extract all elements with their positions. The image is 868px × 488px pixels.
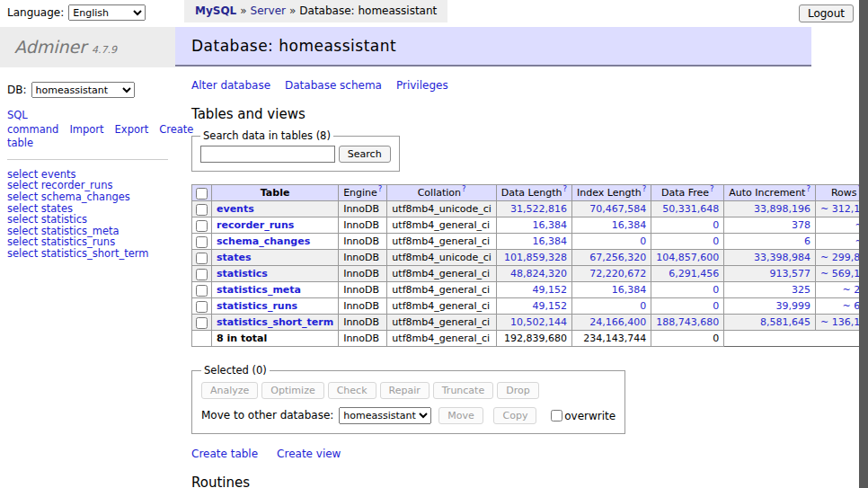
- auto-increment-cell: 33,898,196: [724, 201, 816, 217]
- table-name-cell: statistics: [212, 266, 339, 282]
- copy-button[interactable]: Copy: [493, 407, 536, 424]
- language-label: Language:: [7, 6, 64, 19]
- help-link[interactable]: ?: [642, 184, 647, 193]
- vertical-scrollbar[interactable]: [859, 0, 868, 488]
- row-checkbox[interactable]: [196, 301, 208, 313]
- column-header-data-length: Data Length?: [496, 185, 571, 201]
- database-action-link[interactable]: Database schema: [285, 79, 382, 92]
- row-checkbox-cell: [192, 201, 212, 217]
- table-operation-button[interactable]: Check: [328, 382, 376, 399]
- column-header-index-length: Index Length?: [572, 185, 651, 201]
- row-checkbox[interactable]: [196, 220, 208, 232]
- table-operation-button[interactable]: Analyze: [201, 382, 258, 399]
- row-checkbox[interactable]: [196, 269, 208, 280]
- table-name-link[interactable]: events: [217, 203, 254, 215]
- table-operation-button[interactable]: Repair: [380, 382, 430, 399]
- selected-buttons: AnalyzeOptimizeCheckRepairTruncateDrop: [201, 382, 616, 399]
- row-checkbox[interactable]: [196, 317, 208, 329]
- move-db-select[interactable]: homeassistant: [339, 407, 431, 424]
- auto-increment-cell: 33,398,984: [724, 250, 816, 266]
- table-name-cell: events: [212, 201, 339, 217]
- row-checkbox[interactable]: [196, 204, 208, 216]
- table-name-link[interactable]: recorder_runs: [217, 219, 294, 231]
- sidebar-menu-link[interactable]: Import: [69, 123, 103, 136]
- index-length-cell: 0: [572, 298, 651, 315]
- search-button[interactable]: Search: [339, 146, 391, 163]
- collation-cell: utf8mb4_general_ci: [387, 282, 496, 298]
- help-link[interactable]: ?: [378, 184, 383, 193]
- total-label: 8 in total: [212, 331, 339, 347]
- table-operation-button[interactable]: Truncate: [433, 382, 493, 399]
- table-row: statistics_short_termInnoDButf8mb4_gener…: [192, 315, 868, 331]
- language-select[interactable]: English: [68, 4, 146, 21]
- total-engine: InnoDB: [339, 331, 387, 347]
- breadcrumb-server-link[interactable]: Server: [251, 4, 286, 17]
- data-free-cell: 6,291,456: [651, 266, 724, 282]
- move-button[interactable]: Move: [438, 407, 483, 424]
- data-free-cell: 0: [651, 234, 724, 250]
- scrollbar-thumb[interactable]: [859, 0, 868, 488]
- engine-cell: InnoDB: [339, 266, 387, 282]
- table-operation-button[interactable]: Drop: [497, 382, 538, 399]
- table-name-link[interactable]: statistics_short_term: [217, 316, 333, 328]
- adminer-logo-text[interactable]: Adminer: [14, 37, 86, 57]
- engine-cell: InnoDB: [339, 201, 387, 217]
- create-links: Create tableCreate view: [191, 448, 811, 460]
- search-legend: Search data in tables (8): [200, 129, 333, 142]
- overwrite-option: overwrite: [551, 410, 616, 422]
- sidebar-menu-link[interactable]: Export: [115, 123, 149, 136]
- selected-fieldset: Selected (0) AnalyzeOptimizeCheckRepairT…: [191, 364, 625, 434]
- db-select[interactable]: homeassistant: [31, 82, 135, 98]
- sidebar-select-link[interactable]: select statistics_short_term: [7, 248, 168, 260]
- move-row: Move to other database:homeassistant Mov…: [201, 407, 616, 424]
- page-title: Database: homeassistant: [175, 27, 811, 67]
- sidebar: Adminer4.7.9 DB:homeassistant SQL comman…: [0, 27, 175, 260]
- engine-cell: InnoDB: [339, 250, 387, 266]
- help-link[interactable]: ?: [462, 184, 466, 193]
- row-checkbox[interactable]: [196, 253, 208, 264]
- search-input[interactable]: [200, 146, 335, 163]
- collation-cell: utf8mb4_unicode_ci: [387, 250, 496, 266]
- data-length-cell: 49,152: [496, 298, 571, 315]
- overwrite-checkbox[interactable]: [551, 410, 562, 421]
- select-all-cell: [192, 185, 212, 201]
- row-checkbox[interactable]: [196, 236, 208, 248]
- row-checkbox-cell: [192, 298, 212, 315]
- total-data-free: 0: [651, 331, 724, 347]
- help-link[interactable]: ?: [563, 184, 568, 193]
- row-checkbox[interactable]: [196, 285, 208, 297]
- table-row: schema_changesInnoDButf8mb4_general_ci16…: [192, 234, 868, 250]
- sidebar-select-link[interactable]: select statistics: [7, 214, 168, 226]
- total-index-length: 234,143,744: [572, 331, 651, 347]
- create-link[interactable]: Create view: [277, 448, 341, 460]
- sidebar-menu-links: SQL commandImportExportCreate table: [7, 109, 168, 160]
- sidebar-menu-link[interactable]: SQL command: [7, 109, 58, 136]
- table-name-link[interactable]: statistics: [217, 268, 268, 279]
- row-checkbox-cell: [192, 315, 212, 331]
- breadcrumb-mysql-link[interactable]: MySQL: [195, 4, 236, 17]
- create-link[interactable]: Create table: [191, 448, 258, 460]
- table-name-link[interactable]: statistics_runs: [217, 300, 297, 312]
- adminer-version[interactable]: 4.7.9: [92, 44, 117, 56]
- db-selector-row: DB:homeassistant: [7, 82, 168, 98]
- breadcrumb-separator: »: [240, 4, 246, 17]
- data-free-cell: 0: [651, 217, 724, 234]
- help-link[interactable]: ?: [710, 184, 714, 193]
- table-name-link[interactable]: schema_changes: [217, 235, 310, 247]
- database-action-link[interactable]: Privileges: [396, 79, 448, 92]
- table-name-cell: states: [212, 250, 339, 266]
- table-name-cell: schema_changes: [212, 234, 339, 250]
- row-checkbox-cell: [192, 250, 212, 266]
- database-action-link[interactable]: Alter database: [191, 79, 270, 92]
- engine-cell: InnoDB: [339, 298, 387, 315]
- collation-cell: utf8mb4_unicode_ci: [387, 201, 496, 217]
- data-length-cell: 101,859,328: [496, 250, 571, 266]
- table-name-link[interactable]: states: [217, 252, 252, 263]
- sidebar-select-link[interactable]: select schema_changes: [7, 191, 168, 203]
- table-name-link[interactable]: statistics_meta: [217, 284, 301, 296]
- table-operation-button[interactable]: Optimize: [261, 382, 323, 399]
- data-length-cell: 16,384: [496, 234, 571, 250]
- select-all-checkbox[interactable]: [196, 188, 208, 200]
- collation-cell: utf8mb4_general_ci: [387, 217, 496, 234]
- help-link[interactable]: ?: [806, 184, 810, 193]
